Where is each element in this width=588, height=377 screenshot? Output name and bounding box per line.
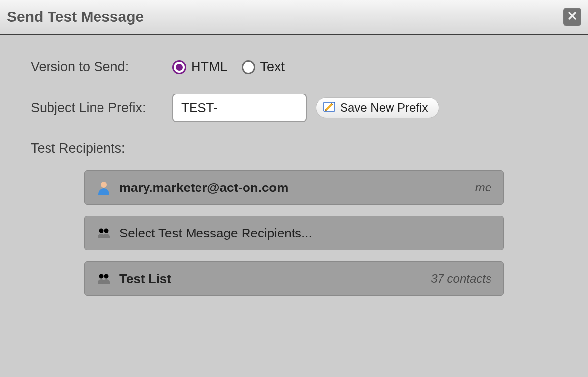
dialog-titlebar: Send Test Message (0, 0, 588, 35)
recipient-placeholder: Select Test Message Recipients... (119, 226, 312, 241)
version-row: Version to Send: HTML Text (31, 59, 557, 75)
recipient-row[interactable]: Test List 37 contacts (84, 261, 504, 296)
dialog-body: Version to Send: HTML Text Subject Line … (0, 35, 588, 296)
recipients-list: mary.marketer@act-on.com me Select Test … (31, 170, 557, 296)
recipient-email: mary.marketer@act-on.com (119, 180, 288, 195)
edit-icon (323, 101, 335, 115)
svg-point-4 (99, 274, 104, 279)
close-icon (568, 11, 577, 22)
recipients-label: Test Recipients: (31, 141, 557, 156)
version-radios: HTML Text (172, 59, 285, 75)
user-icon (97, 180, 111, 195)
save-prefix-button[interactable]: Save New Prefix (316, 97, 439, 118)
svg-point-2 (99, 229, 104, 233)
recipient-row[interactable]: Select Test Message Recipients... (84, 216, 504, 250)
recipient-tag: me (475, 181, 491, 194)
send-test-dialog: Send Test Message Version to Send: HTML … (0, 0, 588, 377)
recipient-count: 37 contacts (431, 272, 491, 285)
radio-icon (172, 60, 186, 74)
radio-label: HTML (191, 59, 228, 75)
radio-text[interactable]: Text (242, 59, 285, 75)
dialog-title: Send Test Message (7, 8, 144, 25)
recipient-list-name: Test List (119, 271, 171, 286)
group-icon (97, 226, 111, 240)
radio-icon (242, 60, 255, 74)
version-label: Version to Send: (31, 59, 172, 75)
group-icon (97, 271, 111, 286)
prefix-row: Subject Line Prefix: Save New Prefix (31, 94, 557, 122)
close-button[interactable] (563, 8, 581, 26)
prefix-input[interactable] (172, 94, 307, 122)
prefix-label: Subject Line Prefix: (31, 100, 172, 116)
svg-point-1 (101, 182, 107, 188)
save-prefix-label: Save New Prefix (340, 101, 428, 115)
radio-html[interactable]: HTML (172, 59, 228, 75)
recipient-row[interactable]: mary.marketer@act-on.com me (84, 170, 504, 205)
radio-label: Text (260, 59, 285, 75)
svg-point-3 (104, 229, 109, 233)
svg-point-5 (104, 274, 109, 279)
